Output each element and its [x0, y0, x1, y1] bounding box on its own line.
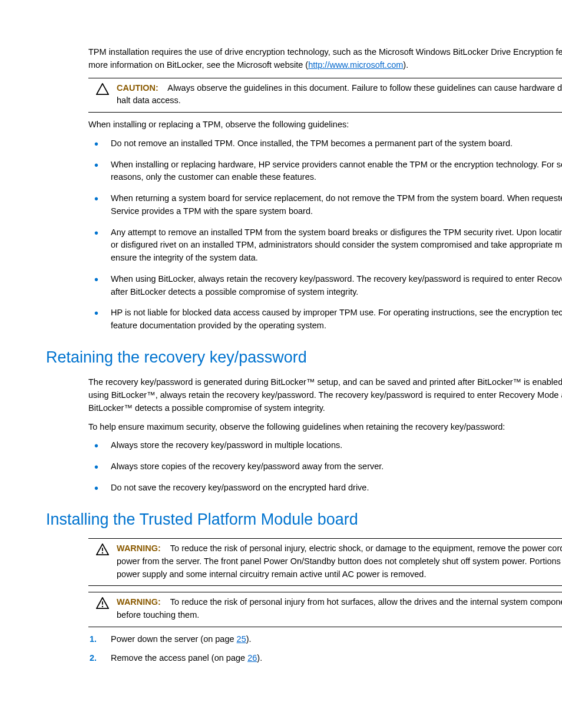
- guidelines-intro: When installing or replacing a TPM, obse…: [88, 118, 562, 131]
- svg-point-1: [102, 552, 103, 554]
- caution-icon: [88, 82, 117, 108]
- caution-text: Always observe the guidelines in this do…: [117, 83, 562, 106]
- section-heading-installing: Installing the Trusted Platform Module b…: [46, 508, 562, 532]
- section1-p2: To help ensure maximum security, observe…: [88, 421, 562, 434]
- footer-page-number: 71: [554, 726, 562, 729]
- list-item: Do not remove an installed TPM. Once ins…: [88, 137, 562, 150]
- list-item: Any attempt to remove an installed TPM f…: [88, 226, 562, 265]
- warning-icon: [88, 596, 117, 622]
- section1-bullets: Always store the recovery key/password i…: [88, 439, 562, 494]
- step-text-post: ).: [257, 653, 262, 663]
- step-number: 1.: [90, 633, 97, 646]
- caution-label: CAUTION:: [117, 83, 158, 93]
- list-item: When installing or replacing hardware, H…: [88, 159, 562, 185]
- microsoft-link[interactable]: http://www.microsoft.com: [308, 60, 403, 70]
- warning1-text: To reduce the risk of personal injury, e…: [117, 543, 562, 579]
- step-number: 2.: [90, 652, 97, 665]
- step-text-pre: Remove the access panel (on page: [111, 653, 247, 663]
- list-item: When using BitLocker, always retain the …: [88, 273, 562, 299]
- list-item: HP is not liable for blocked data access…: [88, 307, 562, 332]
- warning1-label: WARNING:: [117, 543, 161, 553]
- intro-paragraph: TPM installation requires the use of dri…: [88, 46, 562, 72]
- warning2-body: WARNING: To reduce the risk of personal …: [117, 596, 562, 622]
- caution-body: CAUTION: Always observe the guidelines i…: [117, 82, 562, 108]
- page-link-26[interactable]: 26: [247, 653, 257, 663]
- footer-section: Hardware options installation: [447, 726, 545, 729]
- step-1: 1. Power down the server (on page 25).: [88, 633, 562, 646]
- caution-callout: CAUTION: Always observe the guidelines i…: [88, 78, 562, 113]
- warning-callout-2: WARNING: To reduce the risk of personal …: [88, 592, 562, 627]
- warning-icon: [88, 542, 117, 581]
- list-item: Always store copies of the recovery key/…: [88, 460, 562, 473]
- step-text-pre: Power down the server (on page: [111, 634, 237, 644]
- step-2: 2. Remove the access panel (on page 26).: [88, 652, 562, 665]
- section1-p1: The recovery key/password is generated d…: [88, 376, 562, 414]
- svg-point-3: [102, 606, 103, 607]
- step-text-post: ).: [246, 634, 252, 644]
- list-item: Always store the recovery key/password i…: [88, 439, 562, 452]
- page-link-25[interactable]: 25: [237, 634, 246, 644]
- guidelines-list: Do not remove an installed TPM. Once ins…: [88, 137, 562, 332]
- warning2-text: To reduce the risk of personal injury fr…: [117, 597, 562, 620]
- warning2-label: WARNING:: [117, 597, 161, 607]
- section-heading-retaining: Retaining the recovery key/password: [46, 345, 562, 370]
- warning1-body: WARNING: To reduce the risk of personal …: [117, 542, 562, 581]
- warning-callout-1: WARNING: To reduce the risk of personal …: [88, 538, 562, 586]
- intro-text-after: ).: [403, 60, 408, 70]
- list-item: Do not save the recovery key/password on…: [88, 482, 562, 495]
- install-steps: 1. Power down the server (on page 25). 2…: [88, 633, 562, 665]
- page-footer: Hardware options installation 71: [447, 725, 562, 729]
- list-item: When returning a system board for servic…: [88, 192, 562, 218]
